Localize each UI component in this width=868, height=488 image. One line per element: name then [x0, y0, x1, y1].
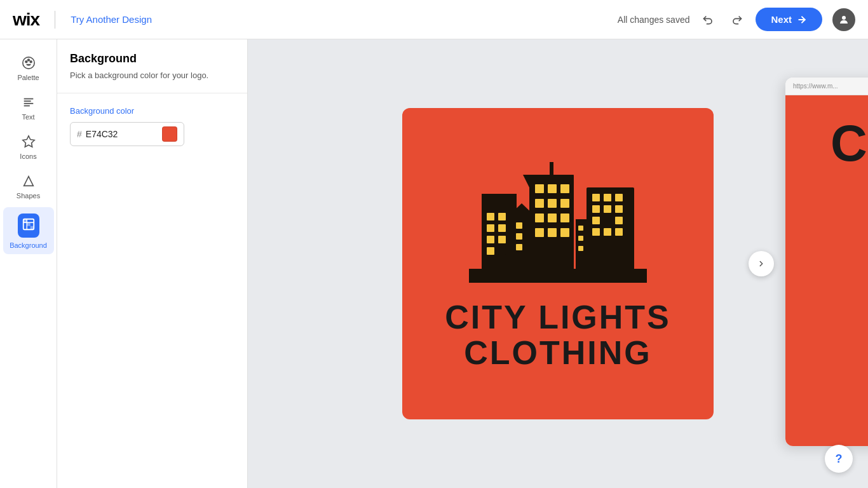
svg-rect-47 [592, 217, 600, 224]
preview-browser: https://www.m... C [785, 78, 868, 446]
svg-rect-16 [482, 194, 517, 210]
sidebar-item-palette[interactable]: Palette [3, 50, 54, 86]
svg-rect-55 [516, 222, 522, 229]
svg-rect-20 [498, 224, 506, 232]
svg-rect-49 [615, 217, 623, 224]
header-logo: wix Try Another Design [13, 10, 152, 30]
svg-rect-14 [30, 226, 34, 230]
svg-rect-59 [578, 226, 583, 231]
text-icon [22, 95, 36, 109]
svg-rect-22 [498, 236, 506, 243]
svg-rect-57 [516, 244, 522, 250]
svg-rect-56 [516, 233, 522, 240]
svg-rect-26 [550, 162, 553, 176]
panel-title: Background [70, 52, 234, 65]
undo-button[interactable] [700, 11, 717, 29]
user-avatar-button[interactable] [832, 8, 855, 31]
wix-logo-text: wix [13, 10, 39, 30]
help-button[interactable]: ? [825, 445, 853, 473]
svg-point-1 [842, 16, 846, 20]
svg-rect-29 [548, 184, 557, 193]
svg-point-3 [25, 61, 27, 63]
svg-rect-52 [615, 228, 623, 236]
background-icon-circle [18, 214, 39, 238]
svg-rect-17 [487, 213, 494, 220]
chevron-right-icon [757, 259, 766, 268]
logo-text-line1: CITY LIGHTS [445, 298, 671, 336]
svg-point-5 [30, 61, 32, 63]
svg-rect-38 [548, 228, 557, 237]
redo-button[interactable] [728, 11, 745, 29]
palette-label: Palette [17, 74, 39, 81]
svg-rect-61 [578, 246, 583, 251]
panel-divider [57, 93, 247, 93]
save-status: All changes saved [618, 15, 690, 25]
icon-sidebar: Palette Text Icons Shapes [0, 39, 57, 488]
background-panel: Background Pick a background color for y… [57, 39, 248, 488]
svg-rect-43 [615, 194, 623, 201]
svg-rect-30 [560, 184, 569, 193]
next-arrow-icon [797, 15, 807, 25]
canvas-area: CITY LIGHTS CLOTHING https://www.m... C … [248, 39, 868, 488]
svg-rect-18 [498, 213, 506, 220]
svg-rect-13 [27, 222, 31, 226]
color-swatch[interactable] [162, 126, 177, 142]
palette-icon [22, 56, 36, 70]
icons-label: Icons [20, 152, 36, 160]
svg-rect-51 [604, 228, 611, 236]
background-label: Background [10, 241, 47, 249]
next-preview-arrow[interactable] [749, 251, 774, 276]
svg-rect-39 [560, 228, 569, 237]
city-skyline-container [469, 156, 647, 285]
svg-rect-33 [560, 199, 569, 208]
color-section-label: Background color [70, 106, 234, 116]
city-skyline-svg [469, 156, 647, 283]
try-another-design-link[interactable]: Try Another Design [71, 14, 152, 25]
svg-rect-21 [487, 236, 494, 243]
svg-rect-12 [23, 219, 27, 223]
svg-rect-36 [560, 214, 569, 222]
svg-rect-19 [487, 224, 494, 232]
background-icon [22, 217, 36, 231]
color-input-row[interactable]: # [70, 122, 184, 146]
text-label: Text [22, 113, 34, 121]
svg-rect-44 [592, 205, 600, 213]
header-divider [55, 11, 55, 29]
svg-rect-50 [592, 228, 600, 236]
user-icon [838, 14, 850, 25]
help-label: ? [836, 452, 843, 466]
svg-rect-28 [535, 184, 544, 193]
header-right: All changes saved Next [618, 8, 855, 31]
preview-letter: C [831, 114, 867, 173]
svg-rect-42 [604, 194, 611, 201]
shapes-icon [22, 174, 36, 188]
main-layout: Palette Text Icons Shapes [0, 39, 868, 488]
svg-point-4 [27, 59, 29, 61]
sidebar-item-shapes[interactable]: Shapes [3, 168, 54, 205]
undo-icon [702, 13, 715, 26]
svg-rect-62 [469, 269, 647, 283]
sidebar-item-background[interactable]: Background [3, 207, 54, 254]
svg-rect-37 [535, 228, 544, 237]
browser-url-bar: https://www.m... [785, 78, 868, 95]
logo-text-line2: CLOTHING [464, 334, 652, 372]
svg-rect-35 [548, 214, 557, 222]
icons-icon [22, 135, 36, 149]
header: wix Try Another Design All changes saved… [0, 0, 868, 39]
svg-rect-41 [592, 194, 600, 201]
next-button[interactable]: Next [756, 8, 822, 31]
hash-symbol: # [77, 129, 82, 139]
sidebar-item-text[interactable]: Text [3, 89, 54, 126]
sidebar-item-icons[interactable]: Icons [3, 128, 54, 165]
color-hex-input[interactable] [86, 129, 137, 139]
preview-browser-content: C [785, 95, 868, 446]
svg-rect-48 [604, 217, 611, 224]
svg-rect-23 [487, 247, 494, 255]
shapes-label: Shapes [17, 192, 40, 200]
svg-rect-46 [615, 205, 623, 213]
svg-rect-60 [578, 236, 583, 241]
logo-card: CITY LIGHTS CLOTHING [402, 108, 714, 419]
svg-rect-31 [535, 199, 544, 208]
svg-rect-45 [604, 205, 611, 213]
redo-icon [730, 13, 743, 26]
